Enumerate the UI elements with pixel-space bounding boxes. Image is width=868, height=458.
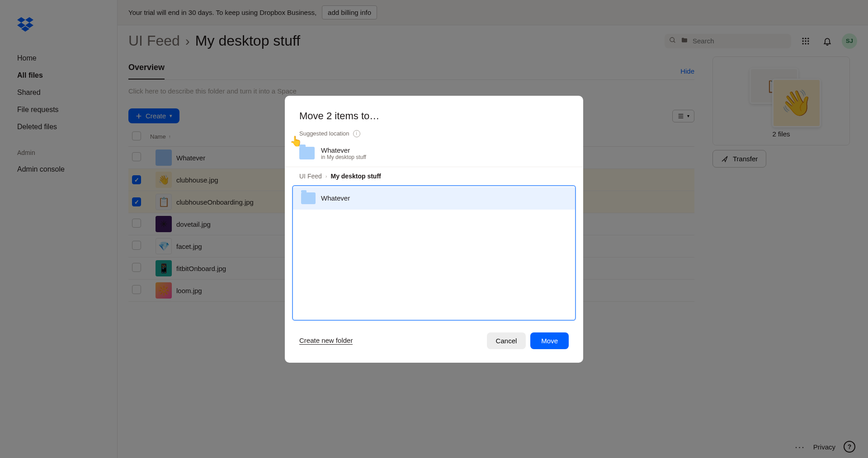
suggested-folder-path: in My desktop stuff: [321, 154, 366, 160]
modal-breadcrumb-current: My desktop stuff: [330, 173, 381, 180]
folder-icon: [301, 192, 316, 204]
folder-picker[interactable]: Whatever: [292, 185, 576, 321]
modal-title: Move 2 items to…: [285, 110, 583, 130]
suggested-folder-name: Whatever: [321, 146, 366, 154]
folder-icon: [299, 147, 315, 159]
modal-scrim[interactable]: Move 2 items to… Suggested location i Wh…: [0, 0, 868, 458]
move-modal: Move 2 items to… Suggested location i Wh…: [285, 96, 583, 363]
suggested-folder[interactable]: Whatever in My desktop stuff: [285, 142, 583, 167]
create-new-folder-link[interactable]: Create new folder: [299, 336, 353, 345]
suggested-location-label: Suggested location: [299, 130, 349, 137]
chevron-right-icon: ›: [326, 173, 327, 179]
cancel-button[interactable]: Cancel: [487, 332, 526, 349]
picker-folder-row[interactable]: Whatever: [293, 187, 575, 210]
picker-folder-name: Whatever: [321, 194, 350, 202]
move-button[interactable]: Move: [530, 332, 569, 349]
info-icon[interactable]: i: [353, 130, 360, 137]
modal-breadcrumb-parent[interactable]: UI Feed: [299, 173, 322, 180]
